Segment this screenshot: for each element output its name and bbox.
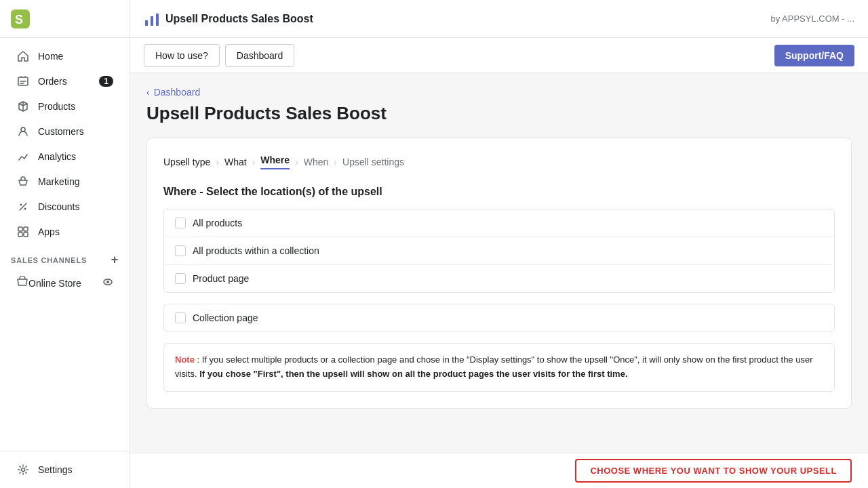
step-what[interactable]: What — [224, 157, 247, 167]
sidebar-item-marketing[interactable]: Marketing — [5, 169, 124, 194]
sidebar-item-discounts[interactable]: Discounts — [5, 195, 124, 219]
settings-icon — [16, 463, 30, 476]
checkbox-all-products[interactable]: All products — [164, 209, 834, 237]
checkbox-product-page[interactable]: Product page — [164, 265, 834, 292]
checkbox-collection-page-input[interactable] — [175, 312, 186, 323]
sidebar-item-apps[interactable]: Apps — [5, 220, 124, 244]
discounts-icon — [16, 200, 30, 214]
settings-label: Settings — [38, 464, 73, 475]
topbar-title: Upsell Products Sales Boost — [165, 13, 770, 25]
sidebar-item-online-store[interactable]: Online Store — [5, 270, 124, 296]
main-content: Upsell Products Sales Boost by APPSYL.CO… — [130, 0, 868, 488]
step-label-where: Where — [260, 155, 290, 165]
svg-rect-9 — [24, 232, 28, 237]
how-to-use-button[interactable]: How to use? — [144, 44, 220, 67]
page-title: Upsell Products Sales Boost — [146, 103, 852, 124]
svg-rect-8 — [18, 232, 22, 237]
svg-rect-7 — [24, 227, 28, 231]
note-bold-text: If you chose "First", then the upsell wi… — [199, 369, 627, 379]
step-chevron-3: › — [295, 157, 298, 167]
marketing-icon — [16, 175, 30, 188]
sidebar-item-label-products: Products — [38, 101, 75, 112]
sidebar-bottom: Settings — [0, 451, 130, 488]
sales-channels-label: SALES CHANNELS — [11, 256, 87, 264]
sidebar-item-products[interactable]: Products — [5, 94, 124, 119]
svg-text:S: S — [15, 13, 23, 26]
sidebar-nav: Home Orders 1 Products Customers — [0, 38, 130, 451]
sidebar-item-orders[interactable]: Orders 1 — [5, 69, 124, 94]
sidebar: S Home Orders 1 Products — [0, 0, 130, 488]
home-icon — [16, 49, 30, 63]
location-checkboxes: All products All products within a colle… — [163, 209, 835, 293]
stepper: Upsell type › What › Where › When › Upse… — [163, 155, 835, 169]
checkbox-collection-page[interactable]: Collection page — [164, 304, 834, 331]
main-card: Upsell type › What › Where › When › Upse… — [146, 138, 852, 409]
eye-icon[interactable] — [102, 277, 113, 290]
content-area: ‹ Dashboard Upsell Products Sales Boost … — [130, 73, 868, 453]
sidebar-item-label-analytics: Analytics — [38, 151, 76, 162]
customers-icon — [16, 125, 30, 138]
app-icon — [144, 11, 160, 27]
svg-rect-15 — [156, 14, 159, 26]
add-sales-channel-icon[interactable]: + — [111, 253, 119, 267]
sidebar-item-label-customers: Customers — [38, 126, 84, 137]
sidebar-item-label-orders: Orders — [38, 76, 67, 87]
note-box: Note : If you select multiple products o… — [163, 343, 835, 392]
step-chevron-2: › — [252, 157, 256, 167]
svg-point-4 — [20, 204, 22, 206]
dashboard-button[interactable]: Dashboard — [225, 44, 295, 67]
step-chevron-4: › — [334, 157, 337, 167]
apps-icon — [16, 225, 30, 239]
sidebar-item-customers[interactable]: Customers — [5, 119, 124, 144]
svg-point-12 — [22, 468, 25, 472]
where-section-title: Where - Select the location(s) of the up… — [163, 186, 835, 198]
sidebar-item-home[interactable]: Home — [5, 44, 124, 68]
svg-point-3 — [21, 127, 25, 131]
choose-where-button[interactable]: CHOOSE WHERE YOU WANT TO SHOW YOUR UPSEL… — [575, 459, 852, 483]
shopify-logo-icon: S — [11, 9, 30, 28]
checkbox-all-products-label: All products — [193, 218, 242, 228]
step-label-when: When — [304, 157, 329, 167]
step-label-what: What — [224, 157, 247, 167]
note-label: Note — [175, 354, 195, 365]
svg-point-5 — [24, 208, 26, 210]
collection-checkbox-group: Collection page — [163, 304, 835, 332]
topbar-by-text: by APPSYL.COM - ... — [770, 14, 854, 24]
sales-channels-section: SALES CHANNELS + — [0, 245, 130, 270]
step-where[interactable]: Where — [260, 155, 290, 169]
checkbox-product-page-input[interactable] — [175, 273, 186, 284]
checkbox-product-page-label: Product page — [193, 273, 249, 284]
step-upsell-type[interactable]: Upsell type — [163, 157, 210, 167]
checkbox-all-products-collection[interactable]: All products within a collection — [164, 237, 834, 265]
online-store-icon — [16, 276, 28, 290]
breadcrumb-back-link[interactable]: Dashboard — [154, 87, 201, 98]
orders-badge: 1 — [99, 76, 113, 87]
step-upsell-settings[interactable]: Upsell settings — [342, 157, 404, 167]
actionbar: How to use? Dashboard Support/FAQ — [130, 38, 868, 73]
checkbox-all-products-collection-label: All products within a collection — [193, 245, 319, 256]
checkbox-all-products-collection-input[interactable] — [175, 245, 186, 256]
svg-rect-13 — [145, 20, 148, 26]
sidebar-item-label-home: Home — [38, 51, 63, 62]
checkbox-collection-page-label: Collection page — [193, 312, 258, 323]
step-when[interactable]: When — [304, 157, 329, 167]
online-store-label: Online Store — [28, 278, 81, 289]
topbar: Upsell Products Sales Boost by APPSYL.CO… — [130, 0, 868, 38]
sidebar-item-settings[interactable]: Settings — [5, 458, 124, 482]
sidebar-item-analytics[interactable]: Analytics — [5, 144, 124, 169]
products-icon — [16, 100, 30, 113]
step-label-upsell-type: Upsell type — [163, 157, 210, 167]
step-chevron-1: › — [216, 157, 219, 167]
sidebar-logo: S — [0, 0, 130, 38]
sidebar-item-label-discounts: Discounts — [38, 201, 79, 212]
support-faq-button[interactable]: Support/FAQ — [774, 45, 854, 66]
breadcrumb-back-icon: ‹ — [146, 87, 150, 98]
checkbox-all-products-input[interactable] — [175, 218, 186, 228]
orders-icon — [16, 75, 30, 88]
step-label-upsell-settings: Upsell settings — [342, 157, 404, 167]
sidebar-item-label-marketing: Marketing — [38, 176, 79, 187]
analytics-icon — [16, 150, 30, 163]
breadcrumb: ‹ Dashboard — [146, 87, 852, 98]
bottom-bar: CHOOSE WHERE YOU WANT TO SHOW YOUR UPSEL… — [130, 453, 868, 488]
sidebar-item-label-apps: Apps — [38, 226, 60, 237]
